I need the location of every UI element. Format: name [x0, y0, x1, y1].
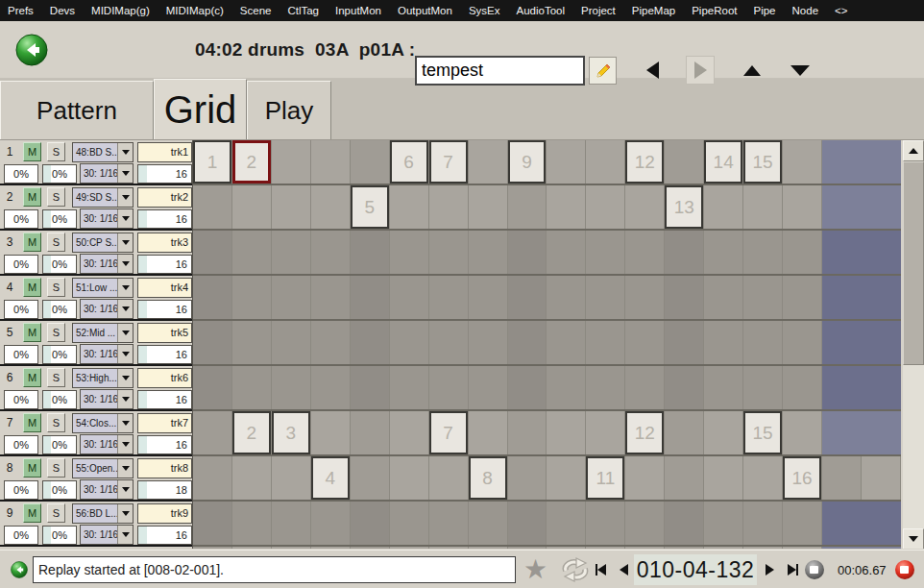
percent-field-2[interactable]: 0%	[42, 480, 77, 500]
grid-cell[interactable]	[390, 547, 429, 549]
resolution-select[interactable]: 30: 1/16	[80, 163, 134, 184]
stop-button[interactable]	[805, 560, 824, 579]
grid-cell[interactable]	[232, 276, 272, 319]
grid-cell[interactable]	[272, 140, 311, 184]
back-button[interactable]	[15, 34, 48, 66]
grid-cell[interactable]	[625, 366, 665, 409]
grid-cell[interactable]	[311, 185, 351, 229]
resolution-select[interactable]: 30: 1/16	[80, 254, 134, 274]
grid-cell[interactable]	[351, 140, 390, 184]
grid-cell[interactable]	[272, 321, 311, 364]
grid-note-cell[interactable]: 3	[272, 411, 310, 454]
percent-field-2[interactable]: 0%	[42, 345, 77, 364]
grid-cell[interactable]	[586, 366, 625, 409]
goto-end-button[interactable]	[788, 562, 798, 577]
loop-button[interactable]	[560, 557, 591, 582]
grid-cell[interactable]	[272, 185, 311, 229]
edit-name-button[interactable]	[589, 57, 617, 85]
grid-cell[interactable]	[783, 276, 822, 319]
grid-cell[interactable]	[469, 411, 508, 454]
instrument-select[interactable]: 53:High...	[72, 368, 134, 388]
grid-cell[interactable]	[272, 547, 311, 549]
grid-cell[interactable]: 8	[469, 456, 508, 500]
grid-cell[interactable]	[469, 140, 508, 184]
grid-cell[interactable]	[311, 231, 351, 274]
solo-button[interactable]: S	[47, 503, 65, 523]
menu-item-prefs[interactable]: Prefs	[8, 5, 34, 16]
instrument-select[interactable]: 50:CP S...	[72, 233, 134, 253]
grid-cell[interactable]	[822, 456, 862, 500]
grid-cell[interactable]	[469, 366, 508, 409]
grid-cell[interactable]	[469, 276, 508, 319]
grid-cell[interactable]	[783, 321, 822, 364]
grid-cell[interactable]	[743, 456, 783, 500]
grid-cell[interactable]	[586, 185, 625, 229]
grid-note-cell[interactable]: 5	[351, 185, 389, 229]
grid-cell[interactable]	[783, 547, 822, 549]
grid-note-cell[interactable]: 7	[429, 411, 468, 454]
menu-item-node[interactable]: Node	[792, 5, 819, 16]
grid-cell[interactable]: 1	[193, 140, 232, 184]
grid-cell[interactable]: 7	[429, 140, 469, 184]
menu-item-scene[interactable]: Scene	[240, 5, 272, 16]
track-name-field[interactable]: trk7	[137, 413, 192, 433]
track-name-field[interactable]: trk1	[137, 142, 192, 162]
grid-cell[interactable]	[586, 502, 625, 545]
grid-cell[interactable]	[311, 276, 351, 319]
grid-cell[interactable]: 16	[783, 456, 822, 500]
grid-cell[interactable]	[665, 231, 704, 274]
mute-button[interactable]: M	[23, 323, 41, 342]
grid-note-cell[interactable]: 14	[704, 140, 742, 184]
grid-cell[interactable]: 12	[625, 140, 665, 184]
grid-cell[interactable]	[351, 547, 390, 549]
grid-cell[interactable]	[311, 411, 351, 454]
track-name-field[interactable]: trk5	[137, 323, 192, 343]
tab-play[interactable]: Play	[247, 81, 331, 139]
grid-cell[interactable]	[469, 231, 508, 274]
grid-cell[interactable]: 7	[429, 411, 469, 454]
grid-cell[interactable]	[547, 411, 586, 454]
grid-cell[interactable]	[547, 321, 586, 364]
grid-cell[interactable]	[193, 547, 232, 549]
grid-cell[interactable]	[704, 411, 743, 454]
instrument-select[interactable]: 51:Low ...	[72, 278, 134, 298]
steps-field[interactable]: 16	[137, 390, 192, 409]
grid-note-cell[interactable]: 12	[625, 140, 664, 184]
grid-cell[interactable]	[193, 231, 232, 274]
grid-cell[interactable]	[390, 276, 429, 319]
grid-cell[interactable]	[743, 547, 783, 549]
grid-cell[interactable]	[351, 321, 390, 364]
grid-cell[interactable]	[469, 185, 508, 229]
grid-cell[interactable]: 5	[351, 185, 390, 229]
menu-item-audiotool[interactable]: AudioTool	[516, 5, 565, 16]
nav-prev-button[interactable]	[638, 56, 667, 85]
grid-cell[interactable]	[508, 456, 547, 500]
menu-item-inputmon[interactable]: InputMon	[335, 5, 381, 16]
grid-cell[interactable]	[665, 411, 704, 454]
status-back-button[interactable]	[11, 561, 28, 578]
steps-field[interactable]: 16	[137, 164, 192, 184]
grid-cell[interactable]	[586, 276, 625, 319]
grid-cell[interactable]: 11	[586, 456, 625, 500]
grid-cell[interactable]: 2	[232, 140, 272, 184]
menu-item--[interactable]: <>	[835, 5, 847, 16]
instrument-select[interactable]: 55:Open...	[72, 458, 134, 478]
grid-note-cell[interactable]: 9	[508, 140, 547, 184]
grid-cell[interactable]	[547, 185, 586, 229]
grid-cell[interactable]	[783, 366, 822, 409]
grid-cell[interactable]	[351, 276, 390, 319]
track-name-field[interactable]: trk8	[137, 458, 192, 478]
grid-cell[interactable]	[625, 321, 665, 364]
track-name-field[interactable]: trk9	[137, 503, 192, 524]
grid-cell[interactable]	[429, 502, 469, 545]
percent-field-2[interactable]: 0%	[42, 435, 77, 454]
grid-cell[interactable]	[351, 411, 390, 454]
grid-cell[interactable]	[547, 231, 586, 274]
grid-cell[interactable]	[232, 502, 272, 545]
grid-cell[interactable]	[665, 321, 704, 364]
grid-cell[interactable]	[232, 547, 272, 549]
grid-cell[interactable]	[193, 502, 232, 545]
menu-item-pipe[interactable]: Pipe	[754, 5, 776, 16]
grid-cell[interactable]	[743, 276, 783, 319]
grid-cell[interactable]	[508, 502, 547, 545]
